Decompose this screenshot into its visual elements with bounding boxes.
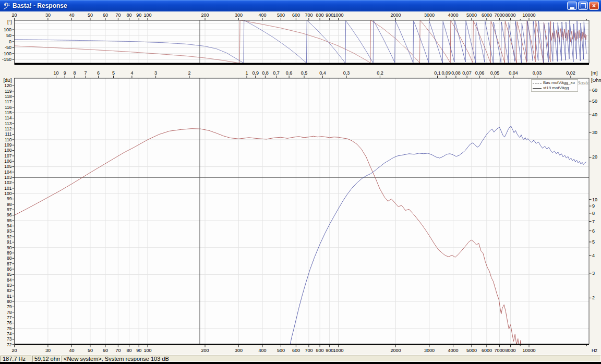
solid-line-sample [533,88,542,89]
svg-text:0,9: 0,9 [252,70,259,76]
svg-text:73: 73 [7,336,12,342]
svg-text:4000: 4000 [448,13,458,18]
svg-text:0,4: 0,4 [319,70,326,76]
svg-text:78: 78 [7,310,12,315]
svg-text:0,09: 0,09 [441,70,451,76]
svg-text:5000: 5000 [466,13,477,18]
svg-text:[Ohm]: [Ohm] [591,78,601,83]
svg-text:91: 91 [7,239,12,245]
svg-text:100: 100 [4,27,11,32]
svg-text:0,04: 0,04 [509,70,518,76]
svg-text:89: 89 [7,250,12,256]
title-bar: Basta! - Response × [0,0,601,11]
restore-icon [581,3,586,8]
svg-text:76: 76 [7,320,12,325]
minimize-button[interactable] [567,2,577,10]
svg-text:10000: 10000 [522,348,535,353]
svg-text:3000: 3000 [424,348,435,353]
svg-text:9: 9 [64,70,66,76]
svg-text:2: 2 [592,295,595,300]
svg-text:4: 4 [592,253,595,258]
svg-text:800: 800 [316,13,324,18]
svg-text:200: 200 [201,13,209,18]
svg-text:30: 30 [45,13,51,18]
svg-text:74: 74 [7,331,12,336]
svg-text:500: 500 [277,348,285,353]
svg-text:500: 500 [277,13,285,18]
svg-text:90: 90 [136,13,141,18]
svg-text:97: 97 [7,207,12,212]
svg-text:3: 3 [592,271,595,276]
svg-text:20: 20 [592,154,597,160]
svg-text:94: 94 [7,223,12,228]
svg-text:6000: 6000 [482,348,492,353]
svg-text:83: 83 [7,283,12,288]
svg-text:60: 60 [103,348,108,353]
status-cursor-frequency: 187,7 Hz [1,356,31,362]
svg-text:[°]: [°] [7,19,12,25]
svg-text:115: 115 [5,110,12,115]
legend-label: Bas motVägg_xo [543,80,575,86]
svg-text:8000: 8000 [506,13,516,18]
svg-text:7000: 7000 [494,13,504,18]
svg-text:3000: 3000 [424,13,435,18]
svg-text:0,1: 0,1 [434,70,441,76]
svg-text:0,7: 0,7 [273,70,280,76]
svg-text:102: 102 [4,180,11,185]
svg-text:40: 40 [592,112,597,117]
svg-text:90: 90 [136,348,141,353]
svg-text:117: 117 [5,99,12,104]
svg-text:600: 600 [292,13,300,18]
response-plot-baseline [15,344,590,345]
svg-text:900: 900 [326,348,333,353]
svg-text:0,02: 0,02 [566,70,575,76]
svg-text:90: 90 [7,245,12,250]
status-bar: 187,7 Hz 59,12 ohm <New system>, System … [0,355,601,362]
svg-text:5000: 5000 [466,348,477,353]
close-icon: × [592,3,596,9]
svg-text:60: 60 [103,13,108,18]
svg-text:105: 105 [4,164,11,169]
svg-text:900: 900 [326,13,333,18]
svg-text:114: 114 [5,115,12,120]
svg-text:4000: 4000 [448,348,458,353]
svg-text:30: 30 [45,348,51,353]
svg-text:112: 112 [5,126,12,131]
svg-text:80: 80 [127,13,132,18]
svg-text:8000: 8000 [506,348,516,353]
svg-text:-50: -50 [5,45,11,50]
phase-plot-baseline [15,63,590,65]
bottom-black-strip [0,362,601,364]
legend-item: Bas motVägg_xo [533,80,576,86]
restore-button[interactable] [578,2,588,10]
svg-text:80: 80 [7,299,12,304]
svg-text:20: 20 [11,13,17,18]
svg-text:87: 87 [7,261,12,266]
svg-text:0,07: 0,07 [462,70,472,76]
svg-text:99: 99 [7,196,12,201]
svg-text:1: 1 [245,70,248,76]
svg-text:5: 5 [112,70,115,76]
svg-text:103: 103 [4,175,11,180]
svg-text:98: 98 [7,202,12,207]
svg-text:100: 100 [143,348,151,353]
svg-text:60: 60 [592,88,597,93]
svg-text:72: 72 [7,342,12,347]
svg-text:10: 10 [592,197,597,202]
svg-text:104: 104 [4,169,11,175]
svg-text:108: 108 [4,148,11,153]
svg-text:96: 96 [7,212,12,217]
svg-text:0,3: 0,3 [343,70,350,76]
svg-text:7: 7 [592,219,595,224]
svg-text:30: 30 [592,130,597,135]
svg-text:95: 95 [7,218,12,223]
svg-text:-100: -100 [2,51,11,56]
svg-text:79: 79 [7,304,12,309]
close-button[interactable]: × [589,2,599,10]
response-chart[interactable]: 2020303040405050606070708080909010010020… [0,11,601,355]
svg-text:2000: 2000 [390,348,401,353]
svg-text:113: 113 [5,121,12,126]
legend-label: xt19 motVägg [543,86,569,91]
response-plot-area[interactable] [15,78,590,344]
svg-text:101: 101 [4,186,11,191]
